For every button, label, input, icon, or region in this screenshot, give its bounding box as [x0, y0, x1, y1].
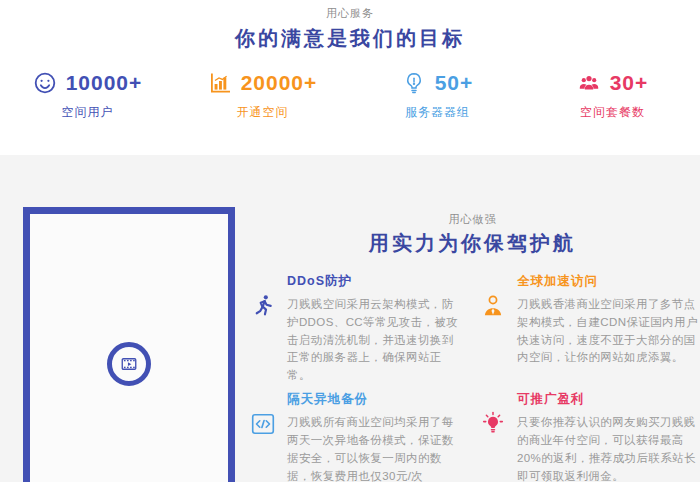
bar-chart-icon: [208, 71, 232, 95]
stat-packages: 30+ 空间套餐数: [525, 71, 700, 121]
stat-label: 开通空间: [175, 104, 350, 121]
runner-icon: [250, 273, 278, 319]
businessman-icon: [480, 273, 508, 319]
code-icon: [250, 391, 278, 437]
video-play-button[interactable]: [107, 342, 151, 386]
lightbulb-icon: [402, 71, 426, 95]
stats-row: 10000+ 空间用户 20000+: [0, 71, 700, 121]
film-play-icon: [120, 355, 138, 373]
stat-label: 空间套餐数: [525, 104, 700, 121]
service-section: 用心服务 你的满意是我们的目标 10000+ 空间用户: [0, 0, 700, 155]
features-grid: DDoS防护 刀贱贱空间采用云架构模式，防护DDOS、CC等常见攻击，被攻击启动…: [250, 273, 698, 482]
feature-title: 隔天异地备份: [287, 391, 465, 408]
service-eyebrow: 用心服务: [0, 0, 700, 21]
smiley-icon: [33, 71, 57, 95]
stat-label: 服务器器组: [350, 104, 525, 121]
strength-heading: 用实力为你保驾护航: [250, 230, 695, 257]
feature-ddos: DDoS防护 刀贱贱空间采用云架构模式，防护DDOS、CC等常见攻击，被攻击启动…: [250, 273, 465, 385]
feature-body: 刀贱贱香港商业空间采用了多节点架构模式，自建CDN保证国内用户快速访问，速度不亚…: [517, 296, 698, 367]
feature-title: DDoS防护: [287, 273, 465, 290]
service-heading: 你的满意是我们的目标: [0, 25, 700, 52]
stat-opened-spaces: 20000+ 开通空间: [175, 71, 350, 121]
feature-body: 刀贱贱所有商业空间均采用了每两天一次异地备份模式，保证数据安全，可以恢复一周内的…: [287, 414, 465, 482]
stat-space-users: 10000+ 空间用户: [0, 71, 175, 121]
feature-backup: 隔天异地备份 刀贱贱所有商业空间均采用了每两天一次异地备份模式，保证数据安全，可…: [250, 391, 465, 482]
feature-global-access: 全球加速访问 刀贱贱香港商业空间采用了多节点架构模式，自建CDN保证国内用户快速…: [480, 273, 698, 385]
stat-server-groups: 50+ 服务器器组: [350, 71, 525, 121]
strength-section: 用心做强 用实力为你保驾护航 DDoS防护 刀贱贱空间采用云架构模式: [0, 155, 700, 482]
stat-label: 空间用户: [0, 104, 175, 121]
feature-body: 刀贱贱空间采用云架构模式，防护DDOS、CC等常见攻击，被攻击启动清洗机制，并迅…: [287, 296, 465, 385]
video-frame: [23, 207, 235, 482]
bulb-rays-icon: [480, 391, 508, 437]
strength-header: 用心做强 用实力为你保驾护航: [250, 212, 695, 257]
feature-referral: 可推广盈利 只要你推荐认识的网友购买刀贱贱的商业年付空间，可以获得最高20%的返…: [480, 391, 698, 482]
stat-value: 20000+: [241, 71, 318, 95]
strength-eyebrow: 用心做强: [250, 212, 695, 227]
feature-title: 可推广盈利: [517, 391, 698, 408]
stat-value: 50+: [435, 71, 474, 95]
users-icon: [577, 71, 601, 95]
stat-value: 30+: [610, 71, 649, 95]
feature-title: 全球加速访问: [517, 273, 698, 290]
feature-body: 只要你推荐认识的网友购买刀贱贱的商业年付空间，可以获得最高20%的返利，推荐成功…: [517, 414, 698, 482]
stat-value: 10000+: [66, 71, 143, 95]
page: 用心服务 你的满意是我们的目标 10000+ 空间用户: [0, 0, 700, 482]
